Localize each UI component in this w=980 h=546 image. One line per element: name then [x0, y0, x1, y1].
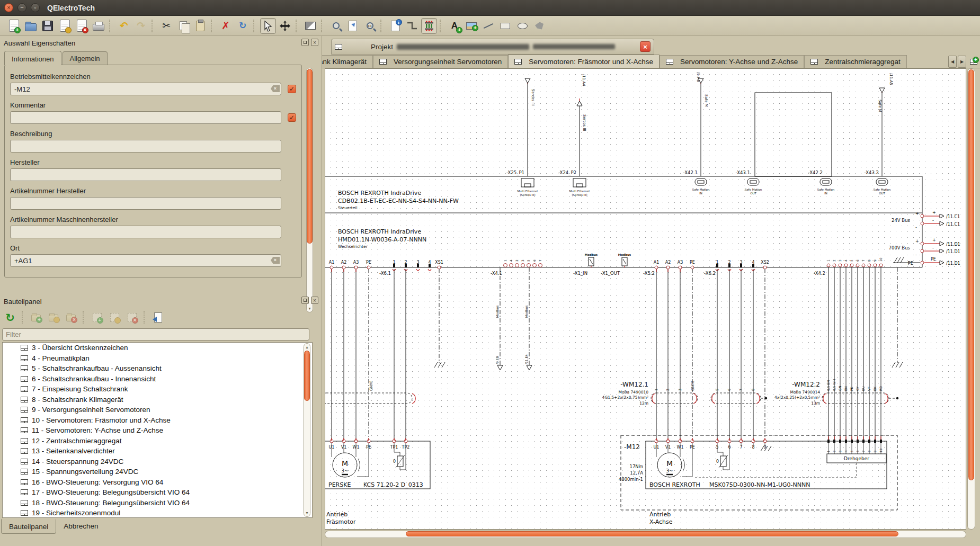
- new-document-button[interactable]: +: [6, 18, 22, 34]
- list-item-4[interactable]: 4 - Pneumatikplan: [3, 353, 312, 364]
- parts-list-scrollbar[interactable]: ▴ ▾: [304, 343, 310, 517]
- undo-button[interactable]: ↶: [116, 18, 132, 34]
- list-item-16[interactable]: 16 - BWO-Steuerung: Versorgung VIO 64: [3, 477, 312, 488]
- list-item-10[interactable]: 10 - Servomotoren: Fräsmotor und X-Achse: [3, 415, 312, 426]
- sercos-feeder-2[interactable]: /11.A4 Sercos III: [577, 74, 586, 176]
- safe-motion-connector-x422[interactable]: -X42.2 Safe Motion IN: [808, 170, 835, 195]
- list-item-7[interactable]: 7 - Einspeisung Schaltschrank: [3, 384, 312, 395]
- list-item-15[interactable]: 15 - Spannungsverteilung 24VDC: [3, 467, 312, 477]
- safe-motion-connector-x421[interactable]: -X42.1 Safe Motion IN: [683, 170, 710, 195]
- tab-scroll-left-icon[interactable]: ◀: [948, 56, 957, 68]
- terminal-row[interactable]: A1 A2 A3 PE -X6.1 1 2 3 4 XS1 -X4.1 1 4 …: [329, 253, 883, 370]
- tab-informationen[interactable]: Informationen: [4, 51, 61, 65]
- list-item-11[interactable]: 11 - Servomotoren: Y-Achse und Z-Achse: [3, 425, 312, 436]
- import-element-button[interactable]: [150, 310, 166, 325]
- paste-button[interactable]: [192, 18, 208, 34]
- window-close-button[interactable]: ×: [4, 3, 13, 12]
- edit-element-button[interactable]: [106, 310, 122, 325]
- field-checkbox[interactable]: ✓: [288, 85, 296, 93]
- hersteller-input[interactable]: [10, 168, 281, 181]
- list-item-18[interactable]: 18 - BWO-Steuerung: Belegungsübersicht V…: [3, 498, 312, 508]
- frame-rectangle[interactable]: [755, 93, 832, 176]
- list-item-5[interactable]: 5 - Schaltschrankaufbau - Aussenansicht: [3, 363, 312, 374]
- filter-input[interactable]: [2, 328, 309, 341]
- safe-motion-feeder-1[interactable]: /9.H8 Safe M: [696, 72, 708, 176]
- field-checkbox[interactable]: ✓: [288, 113, 296, 122]
- save-as-button[interactable]: [57, 18, 73, 34]
- ethernet-connector-x25[interactable]: -X25_P1 Multi Ethernet (Sercos III): [506, 170, 538, 196]
- window-minimize-button[interactable]: −: [17, 3, 26, 12]
- redo-button[interactable]: ↷: [133, 18, 149, 34]
- move-mode-button[interactable]: [277, 18, 293, 34]
- tab-servomotoren-y-achse-z-achse[interactable]: Servomotoren: Y-Achse und Z-Achse: [660, 55, 804, 68]
- edit-folder-button[interactable]: [46, 310, 61, 325]
- betriebsmittelkennzeichen-input[interactable]: [10, 83, 281, 95]
- project-window-titlebar[interactable]: Projekt ×: [331, 39, 654, 55]
- tab-versorgungseinheit-servomotoren[interactable]: Versorgungseinheit Servomotoren: [373, 55, 508, 68]
- list-item-13[interactable]: 13 - Seitenkanalverdichter: [3, 446, 312, 457]
- tab-scroll-right-icon[interactable]: ▶: [958, 56, 966, 68]
- sercos-feeder-1[interactable]: Sercos III: [525, 78, 535, 176]
- zoom-fit-button[interactable]: [302, 18, 318, 34]
- properties-scrollbar[interactable]: ▾: [306, 68, 313, 312]
- add-rectangle-button[interactable]: [497, 18, 513, 34]
- diagram-properties-button[interactable]: i: [387, 18, 403, 34]
- add-text-button[interactable]: A+: [447, 18, 462, 34]
- add-polygon-button[interactable]: [531, 18, 547, 34]
- delete-folder-button[interactable]: ×: [63, 310, 79, 325]
- project-close-button[interactable]: ×: [640, 41, 651, 52]
- list-item-12[interactable]: 12 - Zentralschmieraggregat: [3, 436, 312, 446]
- close-dock-icon[interactable]: ×: [311, 297, 318, 304]
- add-terminal-strip-button[interactable]: [421, 18, 437, 34]
- tab-schaltschrank-klimageraet[interactable]: hrank Klimagerät: [322, 55, 373, 68]
- open-document-button[interactable]: [23, 18, 39, 34]
- conductors[interactable]: [332, 267, 903, 440]
- parts-list-scrollbar-thumb[interactable]: [304, 351, 310, 401]
- list-item-6[interactable]: 6 - Schaltschrankaufbau - Innenansicht: [3, 374, 312, 384]
- rotate-button[interactable]: ↻: [235, 18, 251, 34]
- parts-list[interactable]: 3 - Übersicht Ortskennzeichen 4 - Pneuma…: [2, 342, 313, 518]
- bottom-tab-bauteilpanel[interactable]: Bauteilpanel: [1, 519, 56, 534]
- tab-zentralschmieraggregat[interactable]: Zentralschmieraggregat: [804, 55, 907, 68]
- save-button[interactable]: [40, 18, 56, 34]
- safe-motion-feeder-2[interactable]: /11.A5 Safe M: [878, 73, 893, 176]
- ort-input[interactable]: [10, 254, 281, 267]
- cable-marker-left[interactable]: GNYE: [325, 381, 415, 404]
- artikelnummer-hersteller-input[interactable]: [10, 197, 281, 210]
- new-element-button[interactable]: +: [89, 310, 105, 325]
- canvas-horizontal-scrollbar-thumb[interactable]: [406, 531, 898, 536]
- float-dock-icon[interactable]: [301, 297, 309, 304]
- new-folder-button[interactable]: +: [28, 310, 44, 325]
- safe-motion-connector-x432[interactable]: -X43.2 Safe Motion OUT: [865, 170, 891, 195]
- zoom-area-button[interactable]: [328, 18, 344, 34]
- add-diagram-button[interactable]: +: [968, 56, 979, 68]
- canvas-vertical-scrollbar-thumb[interactable]: [968, 69, 974, 480]
- select-mode-button[interactable]: [260, 18, 276, 34]
- beschreibung-input[interactable]: [10, 140, 281, 153]
- tab-allgemein[interactable]: Allgemein: [63, 51, 108, 65]
- dc-bus[interactable]: 24V Bus + - + - /11.C1 /11.C1 700V Bus +…: [889, 210, 960, 266]
- schematic-canvas[interactable]: Sercos III /11.A4 Sercos III /9.H8 Safe …: [325, 68, 966, 530]
- close-document-button[interactable]: ×: [74, 18, 90, 34]
- cable-marker-wm122[interactable]: -WM12.2 MoBa 7490014 4x(2x0,25)+2x0,5mm²…: [774, 379, 898, 406]
- print-button[interactable]: [91, 18, 106, 34]
- tab-servomotoren-fraesmotor-x-achse[interactable]: Servomotoren: Fräsmotor und X-Achse: [508, 55, 660, 68]
- list-item-3[interactable]: 3 - Übersicht Ortskennzeichen: [3, 343, 312, 353]
- copy-button[interactable]: [175, 18, 191, 34]
- delete-element-button[interactable]: ×: [124, 310, 140, 325]
- add-ellipse-button[interactable]: [514, 18, 530, 34]
- bottom-tab-abbrechen[interactable]: Abbrechen: [56, 520, 105, 533]
- canvas-horizontal-scrollbar[interactable]: [325, 531, 966, 538]
- scroll-down-icon[interactable]: ▾: [304, 511, 310, 515]
- delete-button[interactable]: ✗: [218, 18, 234, 34]
- safe-motion-connector-x431[interactable]: -X43.1 Safe Motion OUT: [736, 170, 762, 195]
- window-maximize-button[interactable]: ▫: [31, 3, 40, 12]
- add-image-button[interactable]: +: [464, 18, 479, 34]
- list-item-8[interactable]: 8 - Schaltschrank Klimagerät: [3, 395, 312, 405]
- close-dock-icon[interactable]: ×: [311, 39, 318, 46]
- add-line-button[interactable]: [480, 18, 496, 34]
- zoom-one-to-one-button[interactable]: 1:1: [362, 18, 378, 34]
- list-item-19[interactable]: 19 - Sicherheitszonenmodul: [3, 508, 312, 518]
- cable-marker-wm121[interactable]: -WM12.1 MoBa 7490010 4G1,5+2x(2x0,75)mm²…: [602, 381, 768, 406]
- artikelnummer-maschinenhersteller-input[interactable]: [10, 226, 281, 238]
